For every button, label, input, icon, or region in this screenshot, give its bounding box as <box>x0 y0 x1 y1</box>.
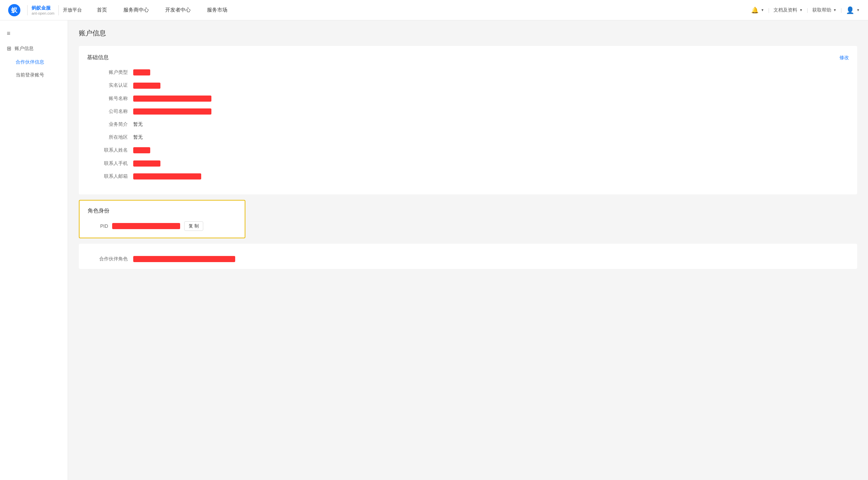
redacted-contact-phone <box>133 160 160 167</box>
sidebar-label-account-info: 账户信息 <box>15 46 34 52</box>
help-label: 获取帮助 <box>812 7 831 13</box>
label-business-intro: 业务简介 <box>87 121 128 127</box>
page-title: 账户信息 <box>79 29 857 38</box>
logo: 蚁 蚂蚁金服 ant-open.com 开放平台 <box>8 4 82 16</box>
basic-info-card: 基础信息 修改 账户类型 实名认证 账号名称 <box>79 46 857 194</box>
bell-button[interactable]: 🔔 ▼ <box>751 6 764 14</box>
docs-label: 文档及资料 <box>774 7 797 13</box>
value-business-intro: 暂无 <box>133 121 143 127</box>
label-contact-phone: 联系人手机 <box>87 160 128 167</box>
layout: ≡ ⊞ 账户信息 合作伙伴信息 当前登录账号 账户信息 基础信息 修改 账户类型 <box>0 20 868 480</box>
docs-chevron-icon: ▼ <box>799 8 803 12</box>
account-info-icon: ⊞ <box>7 45 11 52</box>
field-contact-name: 联系人姓名 <box>87 147 849 153</box>
label-real-name: 实名认证 <box>87 82 128 88</box>
logo-main: 蚂蚁金服 <box>32 5 54 11</box>
redacted-company-name <box>133 108 211 115</box>
user-chevron-icon: ▼ <box>856 8 860 12</box>
sidebar-label-partner-info: 合作伙伴信息 <box>16 59 44 65</box>
redacted-contact-email <box>133 173 201 179</box>
copy-pid-button[interactable]: 复 制 <box>184 221 203 231</box>
help-chevron-icon: ▼ <box>833 8 837 12</box>
redacted-contact-name <box>133 147 150 153</box>
value-account-type <box>133 69 150 75</box>
partner-role-value <box>133 256 235 262</box>
field-region: 所在地区 暂无 <box>87 134 849 140</box>
help-button[interactable]: 获取帮助 ▼ <box>812 7 837 13</box>
docs-button[interactable]: 文档及资料 ▼ <box>774 7 803 13</box>
value-contact-phone <box>133 160 160 166</box>
svg-text:蚁: 蚁 <box>11 7 18 14</box>
user-button[interactable]: 👤 ▼ <box>846 6 860 14</box>
bell-icon: 🔔 <box>751 6 759 14</box>
value-region: 暂无 <box>133 134 143 140</box>
pid-value <box>112 223 180 229</box>
field-real-name: 实名认证 <box>87 82 849 88</box>
field-account-type: 账户类型 <box>87 69 849 75</box>
value-company-name <box>133 108 211 115</box>
pid-label: PID <box>88 223 108 229</box>
sidebar: ≡ ⊞ 账户信息 合作伙伴信息 当前登录账号 <box>0 20 68 480</box>
bell-chevron-icon: ▼ <box>761 8 764 12</box>
redacted-pid <box>112 223 180 229</box>
main-nav: 首页 服务商中心 开发者中心 服务市场 <box>96 7 751 13</box>
redacted-real-name <box>133 83 160 89</box>
label-company-name: 公司名称 <box>87 108 128 115</box>
label-account-type: 账户类型 <box>87 69 128 75</box>
sidebar-menu-icon[interactable]: ≡ <box>0 26 68 41</box>
ant-logo-icon: 蚁 <box>8 4 20 16</box>
logo-divider2 <box>58 5 59 15</box>
partner-role-card: 合作伙伴角色 <box>79 244 857 269</box>
basic-info-header: 基础信息 修改 <box>87 54 849 61</box>
role-card-title: 角色身份 <box>88 207 237 215</box>
label-region: 所在地区 <box>87 134 128 140</box>
sidebar-label-current-login: 当前登录账号 <box>16 72 44 78</box>
sidebar-item-current-login[interactable]: 当前登录账号 <box>0 69 68 82</box>
nav-dev-center[interactable]: 开发者中心 <box>164 7 192 13</box>
field-account-name: 账号名称 <box>87 96 849 102</box>
basic-info-title: 基础信息 <box>87 54 109 61</box>
nav-service-market[interactable]: 服务市场 <box>206 7 229 13</box>
user-avatar-icon: 👤 <box>846 6 854 14</box>
field-business-intro: 业务简介 暂无 <box>87 121 849 127</box>
divider3: | <box>840 7 842 13</box>
logo-platform: 开放平台 <box>63 7 82 13</box>
partner-role-row: 合作伙伴角色 <box>87 256 849 262</box>
redacted-account-type <box>133 69 150 75</box>
field-company-name: 公司名称 <box>87 108 849 115</box>
label-account-name: 账号名称 <box>87 96 128 102</box>
nav-home[interactable]: 首页 <box>96 7 108 13</box>
sidebar-item-account-info[interactable]: ⊞ 账户信息 <box>0 41 68 56</box>
logo-platform-text: 蚂蚁金服 ant-open.com <box>32 5 54 15</box>
divider2: | <box>807 7 808 13</box>
label-contact-email: 联系人邮箱 <box>87 173 128 179</box>
partner-role-label: 合作伙伴角色 <box>87 256 128 262</box>
label-contact-name: 联系人姓名 <box>87 147 128 153</box>
field-contact-phone: 联系人手机 <box>87 160 849 166</box>
value-contact-email <box>133 173 201 179</box>
main-content: 账户信息 基础信息 修改 账户类型 实名认证 <box>68 20 868 480</box>
value-contact-name <box>133 147 150 153</box>
value-real-name <box>133 82 160 88</box>
header-right: 🔔 ▼ | 文档及资料 ▼ | 获取帮助 ▼ | 👤 ▼ <box>751 6 860 14</box>
pid-row: PID 复 制 <box>88 221 237 231</box>
value-account-name <box>133 96 211 102</box>
field-contact-email: 联系人邮箱 <box>87 173 849 179</box>
divider1: | <box>768 7 769 13</box>
redacted-account-name <box>133 96 211 102</box>
header: 蚁 蚂蚁金服 ant-open.com 开放平台 首页 服务商中心 开发者中心 … <box>0 0 868 20</box>
nav-service-center[interactable]: 服务商中心 <box>122 7 150 13</box>
role-card: 角色身份 PID 复 制 <box>79 200 245 238</box>
redacted-partner-role <box>133 256 235 262</box>
sidebar-item-partner-info[interactable]: 合作伙伴信息 <box>0 56 68 69</box>
logo-divider <box>27 5 28 15</box>
edit-link[interactable]: 修改 <box>839 55 849 61</box>
logo-sub: ant-open.com <box>32 11 54 15</box>
